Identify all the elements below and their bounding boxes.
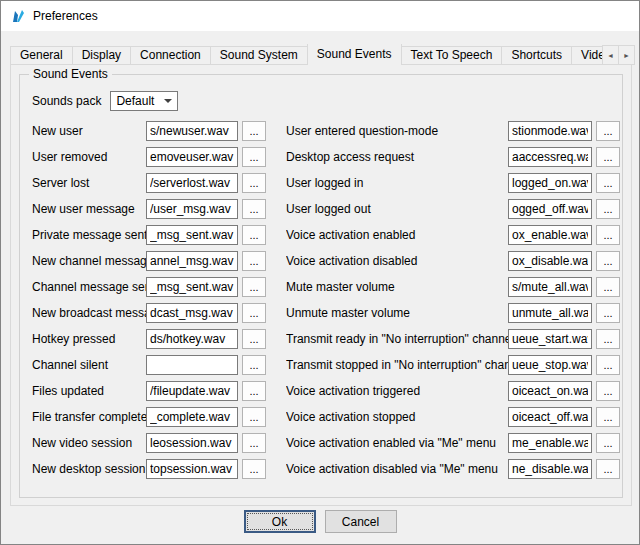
sound-file-input[interactable]: [508, 381, 592, 401]
browse-button[interactable]: ...: [242, 459, 266, 479]
sound-file-input[interactable]: [508, 251, 592, 271]
browse-button[interactable]: ...: [242, 381, 266, 401]
sound-file-input[interactable]: [146, 173, 238, 193]
browse-button[interactable]: ...: [596, 277, 620, 297]
browse-button[interactable]: ...: [596, 459, 620, 479]
sound-event-row: Transmit stopped in "No interruption" ch…: [286, 352, 620, 378]
browse-button[interactable]: ...: [242, 173, 266, 193]
tab-shortcuts[interactable]: Shortcuts: [501, 46, 572, 65]
sound-file-input[interactable]: [508, 173, 592, 193]
sound-event-label: User entered question-mode: [286, 124, 508, 138]
sound-event-label: New video session: [32, 436, 146, 450]
sound-file-input[interactable]: [146, 199, 238, 219]
sound-file-input[interactable]: [146, 407, 238, 427]
sound-file-input[interactable]: [146, 381, 238, 401]
browse-button[interactable]: ...: [242, 199, 266, 219]
browse-button[interactable]: ...: [596, 329, 620, 349]
browse-button[interactable]: ...: [596, 355, 620, 375]
sound-event-label: Voice activation enabled via "Me" menu: [286, 436, 508, 450]
browse-button[interactable]: ...: [596, 407, 620, 427]
ok-button[interactable]: Ok: [244, 510, 316, 533]
sound-event-row: File transfer complete ...: [32, 404, 286, 430]
sound-file-input[interactable]: [508, 199, 592, 219]
tab-scroll-right-button[interactable]: ►: [618, 45, 635, 65]
sound-event-label: Channel message sent: [32, 280, 146, 294]
browse-button[interactable]: ...: [596, 433, 620, 453]
sound-file-input[interactable]: [508, 329, 592, 349]
sound-file-input[interactable]: [146, 251, 238, 271]
sound-event-row: Private message sent ...: [32, 222, 286, 248]
browse-button[interactable]: ...: [242, 303, 266, 323]
sound-file-input[interactable]: [146, 147, 238, 167]
browse-button[interactable]: ...: [596, 121, 620, 141]
sound-file-input[interactable]: [508, 277, 592, 297]
sound-file-input[interactable]: [146, 459, 238, 479]
sound-file-input[interactable]: [146, 329, 238, 349]
sound-file-input[interactable]: [508, 355, 592, 375]
browse-button[interactable]: ...: [242, 433, 266, 453]
arrow-right-icon: ►: [623, 52, 630, 59]
titlebar: Preferences: [1, 1, 639, 31]
sound-event-label: Private message sent: [32, 228, 146, 242]
dialog-buttons: Ok Cancel: [1, 510, 639, 533]
sound-event-columns: New user ... User removed ...: [32, 118, 618, 482]
browse-button[interactable]: ...: [242, 355, 266, 375]
tab-text-to-speech[interactable]: Text To Speech: [401, 46, 503, 65]
browse-button[interactable]: ...: [242, 329, 266, 349]
sound-event-label: File transfer complete: [32, 410, 146, 424]
sounds-pack-label: Sounds pack: [32, 94, 101, 108]
tab-scroll-left-button[interactable]: ◄: [602, 45, 619, 65]
sound-file-input[interactable]: [146, 355, 238, 375]
sound-event-row: Voice activation enabled via "Me" menu .…: [286, 430, 620, 456]
sound-file-input[interactable]: [146, 303, 238, 323]
sound-file-input[interactable]: [508, 121, 592, 141]
sound-file-input[interactable]: [146, 225, 238, 245]
browse-button[interactable]: ...: [242, 147, 266, 167]
browse-button[interactable]: ...: [596, 173, 620, 193]
sound-events-group: Sound Events Sounds pack Default New use…: [19, 74, 623, 498]
sound-file-input[interactable]: [508, 433, 592, 453]
browse-button[interactable]: ...: [242, 121, 266, 141]
browse-button[interactable]: ...: [596, 199, 620, 219]
sound-event-row: New desktop session ...: [32, 456, 286, 482]
sound-event-row: User removed ...: [32, 144, 286, 170]
tab-sound-system[interactable]: Sound System: [210, 46, 308, 65]
sound-event-row: Voice activation disabled ...: [286, 248, 620, 274]
tab-display[interactable]: Display: [72, 46, 131, 65]
browse-button[interactable]: ...: [242, 225, 266, 245]
sound-event-row: Voice activation enabled ...: [286, 222, 620, 248]
sounds-pack-select[interactable]: Default: [110, 91, 178, 111]
tab-bar: General Display Connection Sound System …: [10, 44, 602, 65]
browse-button[interactable]: ...: [596, 147, 620, 167]
browse-button[interactable]: ...: [596, 225, 620, 245]
sound-event-label: New user message: [32, 202, 146, 216]
sound-file-input[interactable]: [508, 407, 592, 427]
browse-button[interactable]: ...: [242, 407, 266, 427]
sound-event-label: Transmit ready in "No interruption" chan…: [286, 332, 508, 346]
sound-file-input[interactable]: [508, 459, 592, 479]
sound-event-label: Desktop access request: [286, 150, 508, 164]
tab-connection[interactable]: Connection: [130, 46, 211, 65]
sound-event-row: Hotkey pressed ...: [32, 326, 286, 352]
sound-event-label: New desktop session: [32, 462, 146, 476]
sound-file-input[interactable]: [146, 121, 238, 141]
sound-event-label: User logged in: [286, 176, 508, 190]
cancel-button[interactable]: Cancel: [325, 510, 397, 533]
sound-event-row: Channel silent ...: [32, 352, 286, 378]
tab-sound-events[interactable]: Sound Events: [307, 44, 402, 65]
browse-button[interactable]: ...: [596, 381, 620, 401]
browse-button[interactable]: ...: [596, 303, 620, 323]
sound-file-input[interactable]: [508, 303, 592, 323]
sound-file-input[interactable]: [146, 277, 238, 297]
browse-button[interactable]: ...: [242, 251, 266, 271]
left-column: New user ... User removed ...: [32, 118, 286, 482]
group-content: Sounds pack Default New user ...: [20, 75, 622, 497]
sound-file-input[interactable]: [508, 147, 592, 167]
browse-button[interactable]: ...: [242, 277, 266, 297]
browse-button[interactable]: ...: [596, 251, 620, 271]
tab-general[interactable]: General: [10, 46, 73, 65]
tab-video[interactable]: Video: [571, 46, 602, 65]
sound-event-label: New channel message: [32, 254, 146, 268]
sound-file-input[interactable]: [508, 225, 592, 245]
sound-file-input[interactable]: [146, 433, 238, 453]
